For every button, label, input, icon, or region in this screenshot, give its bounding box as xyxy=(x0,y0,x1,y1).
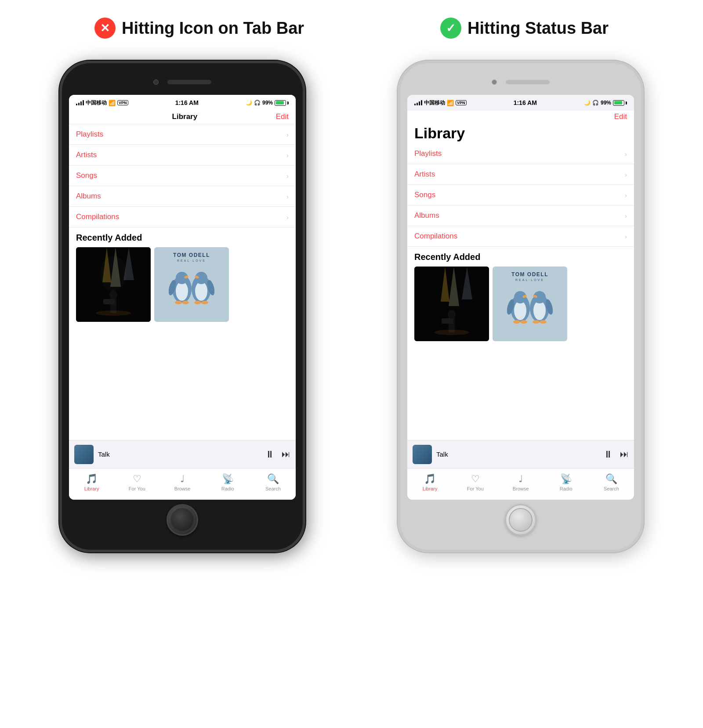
library-item-artists-dark[interactable]: Artists › xyxy=(69,145,296,166)
library-item-playlists-dark[interactable]: Playlists › xyxy=(69,124,296,145)
library-item-albums-light[interactable]: Albums › xyxy=(407,205,634,226)
nav-edit-dark[interactable]: Edit xyxy=(276,112,289,121)
search-tab-icon-dark: 🔍 xyxy=(267,473,279,485)
home-button-light[interactable] xyxy=(505,504,536,536)
chevron-artists-dark: › xyxy=(286,151,289,159)
tab-bar-light: 🎵 Library ♡ For You ♩ Browse 📡 Radio 🔍 xyxy=(407,468,634,500)
time-light: 1:16 AM xyxy=(514,99,537,106)
bad-badge-icon: ✕ xyxy=(94,18,116,39)
front-camera-light xyxy=(492,79,497,85)
tab-browse-label-dark: Browse xyxy=(174,486,191,491)
battery-pct-dark: 99% xyxy=(262,100,273,106)
tab-radio-dark[interactable]: 📡 Radio xyxy=(205,473,250,491)
mini-album-thumb-dark xyxy=(74,445,94,464)
library-item-compilations-dark[interactable]: Compilations › xyxy=(69,207,296,227)
signal-bar-2 xyxy=(78,103,80,105)
library-item-playlists-light[interactable]: Playlists › xyxy=(407,144,634,164)
library-item-artists-light[interactable]: Artists › xyxy=(407,164,634,185)
phone-dark-bottom xyxy=(69,502,296,537)
library-item-compilations-light[interactable]: Compilations › xyxy=(407,226,634,247)
vpn-badge-light: VPN xyxy=(456,100,467,105)
tab-library-label-light: Library xyxy=(423,486,438,491)
library-item-albums-dark[interactable]: Albums › xyxy=(69,186,296,207)
status-left-light: 中国移动 📶 VPN xyxy=(414,99,467,107)
tab-radio-light[interactable]: 📡 Radio xyxy=(544,473,589,491)
speaker-dark xyxy=(167,80,211,84)
svg-point-32 xyxy=(514,301,526,320)
status-bar-dark: 中国移动 📶 VPN 1:16 AM 🌙 🎧 99% xyxy=(69,95,296,111)
library-list-dark: Playlists › Artists › Songs › Albums › xyxy=(69,124,296,227)
tab-search-dark[interactable]: 🔍 Search xyxy=(250,473,296,491)
library-item-songs-light[interactable]: Songs › xyxy=(407,185,634,205)
battery-body-dark xyxy=(275,100,286,106)
tab-foryou-light[interactable]: ♡ For You xyxy=(453,473,498,491)
tab-library-light[interactable]: 🎵 Library xyxy=(407,473,453,491)
front-camera-dark xyxy=(153,79,159,85)
headphone-icon-light: 🎧 xyxy=(592,100,599,106)
phone-light-top-strip xyxy=(407,71,634,93)
battery-fill-dark xyxy=(276,101,284,105)
library-item-songs-dark[interactable]: Songs › xyxy=(69,166,296,186)
svg-point-8 xyxy=(96,310,131,316)
album-tom-odell-dark[interactable]: TOM ODELL REAL·LOVE xyxy=(154,247,229,322)
mini-controls-dark[interactable]: ⏸ ⏭ xyxy=(265,449,290,460)
tab-search-label-dark: Search xyxy=(265,486,281,491)
library-tab-icon-light: 🎵 xyxy=(424,473,436,485)
tab-browse-label-light: Browse xyxy=(513,486,529,491)
svg-point-28 xyxy=(448,310,456,318)
moon-icon-dark: 🌙 xyxy=(246,100,252,106)
album-tom-odell-light[interactable]: TOM ODELL REAL·LOVE xyxy=(493,267,567,341)
library-list-light: Playlists › Artists › Songs › Albums › xyxy=(407,144,634,247)
screen-content-dark: Playlists › Artists › Songs › Albums › xyxy=(69,124,296,440)
tab-library-dark[interactable]: 🎵 Library xyxy=(69,473,114,491)
phone-dark: 中国移动 📶 VPN 1:16 AM 🌙 🎧 99% xyxy=(59,61,305,552)
mini-player-light[interactable]: Talk ⏸ ⏭ xyxy=(407,440,634,468)
mini-player-dark[interactable]: Talk ⏸ ⏭ xyxy=(69,440,296,468)
album-concert-dark[interactable] xyxy=(76,247,151,322)
chevron-albums-light: › xyxy=(625,212,627,220)
tab-foryou-dark[interactable]: ♡ For You xyxy=(114,473,159,491)
recently-added-section-dark: Recently Added xyxy=(69,227,296,325)
status-left-dark: 中国移动 📶 VPN xyxy=(76,99,128,107)
battery-dark xyxy=(275,100,289,106)
chevron-compilations-light: › xyxy=(625,233,627,240)
chevron-playlists-dark: › xyxy=(286,131,289,138)
chevron-compilations-dark: › xyxy=(286,213,289,221)
signal-bar-l1 xyxy=(414,104,416,105)
recently-added-title-light: Recently Added xyxy=(414,252,627,262)
foryou-tab-icon-dark: ♡ xyxy=(133,473,141,485)
speaker-light xyxy=(506,80,550,84)
tab-foryou-label-dark: For You xyxy=(129,486,145,491)
pause-button-light[interactable]: ⏸ xyxy=(603,449,613,460)
tab-search-label-light: Search xyxy=(604,486,619,491)
svg-rect-29 xyxy=(442,318,453,324)
svg-point-44 xyxy=(540,320,547,324)
signal-bar-l4 xyxy=(421,100,422,105)
skip-button-light[interactable]: ⏭ xyxy=(620,449,629,459)
chevron-songs-dark: › xyxy=(286,172,289,180)
tab-browse-dark[interactable]: ♩ Browse xyxy=(159,473,205,491)
battery-light xyxy=(613,100,627,106)
recently-added-albums-light: TOM ODELL REAL·LOVE xyxy=(414,267,627,341)
carrier-light: 中国移动 xyxy=(424,99,445,107)
mini-album-thumb-light xyxy=(413,445,432,464)
pause-button-dark[interactable]: ⏸ xyxy=(265,449,275,460)
skip-button-dark[interactable]: ⏭ xyxy=(282,449,290,459)
phone-dark-top-strip xyxy=(69,71,296,93)
nav-edit-light[interactable]: Edit xyxy=(614,112,627,121)
home-button-dark[interactable] xyxy=(167,504,198,536)
signal-bar-4 xyxy=(83,100,84,105)
album-concert-light[interactable] xyxy=(414,267,489,341)
chevron-artists-light: › xyxy=(625,171,627,178)
tab-search-light[interactable]: 🔍 Search xyxy=(589,473,634,491)
carrier-dark: 中国移动 xyxy=(86,99,107,107)
mini-song-title-dark: Talk xyxy=(98,450,110,458)
svg-point-37 xyxy=(520,320,527,324)
nav-title-dark: Library xyxy=(172,112,198,121)
browse-tab-icon-light: ♩ xyxy=(518,473,523,485)
mini-controls-light[interactable]: ⏸ ⏭ xyxy=(603,449,629,460)
tab-browse-light[interactable]: ♩ Browse xyxy=(498,473,543,491)
svg-point-36 xyxy=(513,320,520,324)
recently-added-title-dark: Recently Added xyxy=(76,233,289,243)
phones-row: 中国移动 📶 VPN 1:16 AM 🌙 🎧 99% xyxy=(26,61,677,552)
